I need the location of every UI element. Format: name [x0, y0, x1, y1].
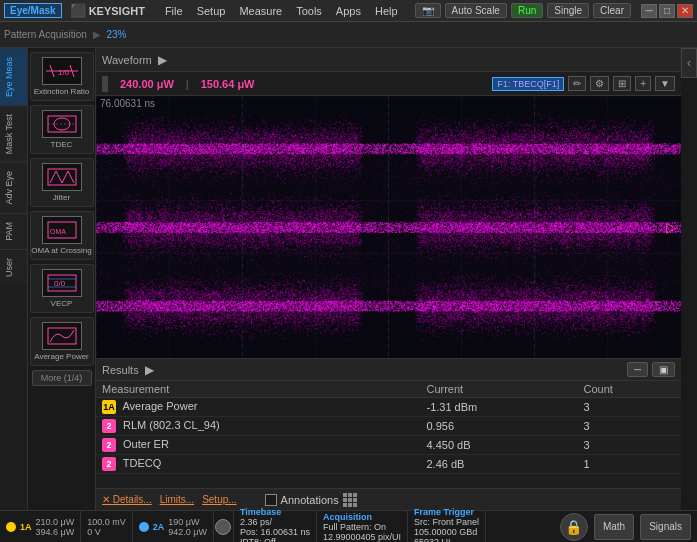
- camera-button[interactable]: 📷: [415, 3, 441, 18]
- svg-text:1/0: 1/0: [58, 68, 70, 77]
- minimize-button[interactable]: ─: [641, 4, 657, 18]
- results-header: Results ▶ ─ ▣: [96, 359, 681, 381]
- app-logo: Eye/Mask ⬛ KEYSIGHT: [4, 3, 153, 18]
- edit-signal-button[interactable]: ✏: [568, 76, 586, 91]
- ch1a-values: 210.0 μW 394.6 μW: [36, 517, 75, 537]
- oma-crossing-label: OMA at Crossing: [31, 246, 91, 255]
- status-ch1b: 100.0 mV 0 V: [81, 511, 133, 542]
- menu-setup[interactable]: Setup: [191, 3, 232, 19]
- scroll-arrow-right[interactable]: ▷: [666, 219, 677, 235]
- ch2a-values: 190 μW 942.0 μW: [168, 517, 207, 537]
- timebase-group: Timebase 2.36 ps/ Pos: 16.00631 ns IPT8:…: [234, 511, 317, 542]
- grid-layout-button[interactable]: [343, 493, 357, 507]
- current-cell: 2.46 dB: [420, 455, 577, 474]
- breadcrumb-percent: 23%: [106, 29, 126, 40]
- measurement-cell: 2 RLM (802.3 CL_94): [96, 417, 420, 436]
- acquisition-group: Acquisition Full Pattern: On 12.99000405…: [317, 511, 408, 542]
- signal-expand-button[interactable]: ▼: [655, 76, 675, 91]
- ch2a-indicator: [139, 522, 149, 532]
- jitter-icon: [42, 163, 82, 191]
- limits-button[interactable]: Limits...: [160, 494, 194, 505]
- power-display-1: 240.00 μW: [120, 78, 174, 90]
- results-expand-button[interactable]: ▣: [652, 362, 675, 377]
- current-cell: 0.956: [420, 417, 577, 436]
- menu-file[interactable]: File: [159, 3, 189, 19]
- oma-crossing-icon: OMA: [42, 216, 82, 244]
- signals-button[interactable]: Signals: [640, 514, 691, 540]
- title-bar: Eye/Mask ⬛ KEYSIGHT File Setup Measure T…: [0, 0, 697, 22]
- annotations-checkbox[interactable]: [265, 494, 277, 506]
- sidebar-tab-user[interactable]: User: [0, 249, 27, 285]
- run-button[interactable]: Run: [511, 3, 543, 18]
- maximize-button[interactable]: □: [659, 4, 675, 18]
- menu-tools[interactable]: Tools: [290, 3, 328, 19]
- frame-trigger-value2: 105.00000 GBd: [414, 527, 479, 537]
- more-button[interactable]: More (1/4): [32, 370, 92, 386]
- breadcrumb-part1: Pattern Acquisition: [4, 29, 87, 40]
- count-cell: 3: [577, 398, 681, 417]
- single-button[interactable]: Single: [547, 3, 589, 18]
- current-cell: -1.31 dBm: [420, 398, 577, 417]
- timestamp-label: 76.00631 ns: [100, 98, 155, 109]
- keysight-logo: ⬛ KEYSIGHT: [70, 3, 145, 18]
- details-button[interactable]: ✕ Details...: [102, 494, 152, 505]
- acquisition-label: Acquisition: [323, 512, 401, 522]
- breadcrumb: Pattern Acquisition ▶ 23%: [4, 29, 126, 40]
- sidebar-tab-mask-test[interactable]: Mask Test: [0, 105, 27, 162]
- eye-canvas: [96, 96, 681, 358]
- svg-text:0/0: 0/0: [54, 279, 66, 288]
- col-measurement: Measurement: [96, 381, 420, 398]
- frame-trigger-label: Frame Trigger: [414, 507, 479, 517]
- signal-header: 240.00 μW | 150.64 μW F1: TBECQ[F1] ✏ ⚙ …: [96, 72, 681, 96]
- panel-item-tdec[interactable]: TDEC: [30, 105, 94, 154]
- ch2a-settings-button[interactable]: [215, 519, 231, 535]
- timebase-value3: IPT8: Off: [240, 537, 310, 543]
- timebase-value1: 2.36 ps/: [240, 517, 310, 527]
- main-layout: Eye Meas Mask Test Adv Eye PAM User 1/0 …: [0, 48, 697, 510]
- results-collapse-button[interactable]: ─: [627, 362, 648, 377]
- toolbar: Pattern Acquisition ▶ 23%: [0, 22, 697, 48]
- extinction-ratio-label: Extinction Ratio: [34, 87, 90, 96]
- results-label: Results: [102, 364, 139, 376]
- bottom-toolbar: ✕ Details... Limits... Setup... Annotati…: [96, 488, 681, 510]
- sidebar-tab-adv-eye[interactable]: Adv Eye: [0, 162, 27, 213]
- panel-item-jitter[interactable]: Jitter: [30, 158, 94, 207]
- setup-button[interactable]: Setup...: [202, 494, 236, 505]
- panel-item-extinction-ratio[interactable]: 1/0 Extinction Ratio: [30, 52, 94, 101]
- signal-settings-button[interactable]: ⚙: [590, 76, 609, 91]
- table-row: 2 Outer ER 4.450 dB 3: [96, 436, 681, 455]
- close-button[interactable]: ✕: [677, 4, 693, 18]
- channel-badge[interactable]: F1: TBECQ[F1]: [492, 77, 564, 91]
- waveform-play-button[interactable]: ▶: [158, 53, 167, 67]
- signal-add-button[interactable]: +: [635, 76, 651, 91]
- menu-measure[interactable]: Measure: [233, 3, 288, 19]
- status-bar: 1A 210.0 μW 394.6 μW 100.0 mV 0 V 2A 190…: [0, 510, 697, 542]
- count-cell: 3: [577, 417, 681, 436]
- results-play-button[interactable]: ▶: [145, 363, 154, 377]
- extinction-ratio-icon: 1/0: [42, 57, 82, 85]
- clear-button[interactable]: Clear: [593, 3, 631, 18]
- table-row: 2 RLM (802.3 CL_94) 0.956 3: [96, 417, 681, 436]
- center-area: Waveform ▶ 240.00 μW | 150.64 μW F1: TBE…: [96, 48, 681, 510]
- collapse-handle[interactable]: ‹: [681, 48, 697, 78]
- average-power-label: Average Power: [34, 352, 89, 361]
- panel-item-oma-crossing[interactable]: OMA OMA at Crossing: [30, 211, 94, 260]
- auto-scale-button[interactable]: Auto Scale: [445, 3, 507, 18]
- math-button[interactable]: Math: [594, 514, 634, 540]
- panel-item-vecp[interactable]: 0/0 VECP: [30, 264, 94, 313]
- left-sidebar: Eye Meas Mask Test Adv Eye PAM User: [0, 48, 28, 510]
- waveform-label: Waveform: [102, 54, 152, 66]
- title-bar-right: 📷 Auto Scale Run Single Clear ─ □ ✕: [415, 3, 693, 18]
- menu-apps[interactable]: Apps: [330, 3, 367, 19]
- col-count: Count: [577, 381, 681, 398]
- lock-button[interactable]: 🔒: [560, 513, 588, 541]
- average-power-icon: [42, 322, 82, 350]
- sidebar-tab-pam[interactable]: PAM: [0, 213, 27, 249]
- power-separator: [102, 76, 108, 92]
- menu-help[interactable]: Help: [369, 3, 404, 19]
- panel-item-average-power[interactable]: Average Power: [30, 317, 94, 366]
- count-cell: 1: [577, 455, 681, 474]
- signal-menu-button[interactable]: ⊞: [613, 76, 631, 91]
- svg-text:OMA: OMA: [50, 228, 66, 235]
- sidebar-tab-eye-meas[interactable]: Eye Meas: [0, 48, 27, 105]
